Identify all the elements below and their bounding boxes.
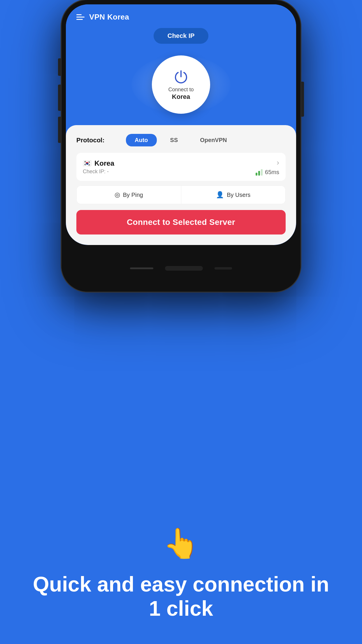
bottom-section: 👆 Quick and easy connection in 1 click: [0, 526, 362, 621]
phone-wrapper: VPN Korea Check IP Connect to Ko: [61, 0, 301, 306]
check-ip-area: Check IP: [66, 24, 296, 50]
signal-bars-icon: [256, 169, 263, 176]
power-circle-button[interactable]: Connect to Korea: [152, 55, 210, 114]
menu-line-3: [76, 19, 83, 20]
volume-down-button: [58, 117, 61, 143]
chevron-right-icon: ›: [277, 158, 279, 167]
volume-mute-button: [58, 58, 61, 76]
protocol-openvpn-button[interactable]: OpenVPN: [191, 134, 236, 146]
server-name: 🇰🇷 Korea: [83, 159, 114, 167]
app-title: VPN Korea: [89, 13, 129, 22]
protocol-auto-button[interactable]: Auto: [126, 134, 157, 146]
protocol-label: Protocol:: [76, 136, 120, 144]
server-ip: Check IP: -: [83, 169, 114, 175]
power-icon: [173, 69, 189, 85]
menu-line-1: [76, 14, 82, 15]
flag-icon: 🇰🇷: [83, 159, 92, 167]
users-sort-icon: 👤: [216, 191, 224, 199]
sort-by-users-button[interactable]: 👤 By Users: [181, 186, 286, 204]
sort-by-ping-label: By Ping: [123, 192, 143, 198]
top-bar: VPN Korea: [66, 4, 296, 24]
ping-sort-icon: ◎: [115, 191, 120, 199]
check-ip-button[interactable]: Check IP: [154, 28, 209, 44]
connect-to-label: Connect to: [168, 87, 194, 93]
server-info: 🇰🇷 Korea Check IP: -: [83, 159, 114, 175]
screen-content: VPN Korea Check IP Connect to Ko: [66, 4, 296, 245]
bottom-panel: Protocol: Auto SS OpenVPN 🇰🇷 Korea: [66, 125, 296, 245]
protocol-options: Auto SS OpenVPN: [126, 134, 236, 146]
bar-3: [261, 169, 263, 176]
menu-line-2: [76, 17, 85, 18]
home-bar: [130, 267, 153, 269]
phone-speaker: [165, 266, 203, 271]
phone-bottom: [61, 245, 301, 292]
server-right: › 65ms: [256, 158, 279, 176]
sort-row: ◎ By Ping 👤 By Users: [76, 186, 286, 204]
bar-2: [258, 171, 260, 176]
tagline-text: Quick and easy connection in 1 click: [29, 572, 333, 621]
phone-shell: VPN Korea Check IP Connect to Ko: [61, 0, 301, 292]
server-row[interactable]: 🇰🇷 Korea Check IP: - ›: [76, 153, 286, 181]
protocol-row: Protocol: Auto SS OpenVPN: [76, 134, 286, 146]
protocol-ss-button[interactable]: SS: [161, 134, 187, 146]
sort-by-users-label: By Users: [227, 192, 250, 198]
phone-connector: [215, 267, 232, 270]
server-name-text: Korea: [94, 159, 114, 167]
power-area: Connect to Korea: [66, 50, 296, 123]
connect-selected-server-button[interactable]: Connect to Selected Server: [76, 210, 286, 235]
pointing-hand-emoji: 👆: [163, 526, 199, 561]
ping-info: 65ms: [256, 169, 279, 176]
ping-text: 65ms: [265, 169, 279, 176]
connect-country-label: Korea: [172, 93, 190, 101]
power-button-physical: [301, 82, 304, 117]
phone-screen: VPN Korea Check IP Connect to Ko: [66, 4, 296, 245]
volume-up-button: [58, 85, 61, 111]
bar-1: [256, 173, 257, 176]
menu-icon[interactable]: [76, 14, 85, 20]
sort-by-ping-button[interactable]: ◎ By Ping: [77, 186, 181, 204]
